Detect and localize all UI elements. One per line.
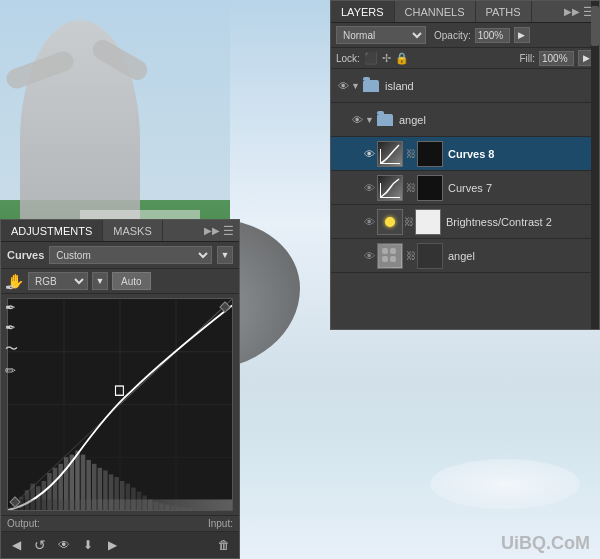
output-input-row: Output: Input: [1,515,239,531]
layer-name-curves7: Curves 7 [445,182,595,194]
blend-mode-select[interactable]: Normal [336,26,426,44]
eye-icon-curves7[interactable]: 👁 [361,180,377,196]
eye-icon-curves8[interactable]: 👁 [361,146,377,162]
layer-row-curves7[interactable]: 👁 ⛓ Curves 7 [331,171,599,205]
prev-adj-icon[interactable]: ◀ [6,535,26,555]
lock-move-icon[interactable]: ✢ [382,52,391,65]
pencil-icon[interactable]: ✏ [5,363,18,378]
svg-rect-4 [390,248,396,254]
adj-expand-icon[interactable]: ▶▶ [204,225,220,236]
layer-name-angel: angel [445,250,595,262]
thumb-brightness2 [377,209,403,235]
layer-name-curves8: Curves 8 [445,148,595,160]
layer-row-angel-group[interactable]: 👁 ▼ angel [331,103,599,137]
curves-title-row: Curves Custom ▼ [1,242,239,269]
layer-row-curves8[interactable]: 👁 ⛓ Curves 8 [331,137,599,171]
layer-name-island: island [382,80,595,92]
tab-masks[interactable]: MASKS [103,220,163,241]
auto-button[interactable]: Auto [112,272,151,290]
expand-angel-group[interactable]: ▼ [365,115,377,125]
svg-rect-5 [382,256,388,262]
svg-rect-48 [116,386,124,395]
expand-island[interactable]: ▼ [351,81,363,91]
layers-list: 👁 ▼ island 👁 ▼ angel 👁 ⛓ Curves 8 [331,69,599,329]
chain-curves7: ⛓ [406,182,416,193]
reset-adj-icon[interactable]: ↺ [30,535,50,555]
folder-icon-angel-group [377,114,393,126]
opacity-label: Opacity: [434,30,471,41]
delete-adj-icon[interactable]: 🗑 [214,535,234,555]
eye-icon-brightness2[interactable]: 👁 [361,214,377,230]
lock-label: Lock: [336,53,360,64]
layer-row-brightness2[interactable]: 👁 ⛓ Brightness/Contrast 2 [331,205,599,239]
tab-paths[interactable]: PATHS [476,1,532,22]
mask-angel [417,243,443,269]
tab-channels[interactable]: CHANNELS [395,1,476,22]
visibility-adj-icon[interactable]: 👁 [54,535,74,555]
opacity-input[interactable] [475,28,510,43]
adj-tab-bar: ADJUSTMENTS MASKS ▶▶ ☰ [1,220,239,242]
eye-icon-angel[interactable]: 👁 [361,248,377,264]
svg-rect-6 [390,256,396,262]
layer-name-brightness2: Brightness/Contrast 2 [443,216,595,228]
lock-all-icon[interactable]: 🔒 [395,52,409,65]
thumb-curves8 [377,141,403,167]
channel-arrow-btn[interactable]: ▼ [92,272,108,290]
mask-curves8 [417,141,443,167]
curves-label: Curves [7,249,44,261]
output-label: Output: [7,518,40,529]
svg-rect-3 [382,248,388,254]
mask-curves7 [417,175,443,201]
eyedropper-light-icon[interactable]: ✒ [5,300,18,315]
curves-graph[interactable] [7,298,233,511]
lock-checkered-icon[interactable]: ⬛ [364,52,378,65]
adjustments-panel: ADJUSTMENTS MASKS ▶▶ ☰ Curves Custom ▼ ✋… [0,219,240,559]
channel-select[interactable]: RGB Red Green Blue [28,272,88,290]
chain-angel: ⛓ [406,250,416,261]
eyedropper-icon[interactable]: ✒ [5,280,18,295]
layer-name-angel-group: angel [396,114,595,126]
layer-row-angel[interactable]: 👁 ⛓ angel [331,239,599,273]
eye-icon-island[interactable]: 👁 [335,78,351,94]
thumb-angel [377,243,403,269]
tab-adjustments[interactable]: ADJUSTMENTS [1,220,103,241]
chain-curves8: ⛓ [406,148,416,159]
watermark-bottom-right: UiBQ.CoM [501,533,590,554]
lock-row: Lock: ⬛ ✢ 🔒 Fill: ▶ [331,48,599,69]
tab-layers[interactable]: LAYERS [331,1,395,22]
layers-expand-icon[interactable]: ▶▶ [564,6,580,17]
adj-tab-icons: ▶▶ ☰ [204,224,239,238]
curves-preset-select[interactable]: Custom [49,246,212,264]
svg-rect-2 [379,245,401,267]
layers-scroll-thumb[interactable] [591,6,599,46]
fill-label: Fill: [519,53,535,64]
mask-brightness2 [415,209,441,235]
opacity-arrow-btn[interactable]: ▶ [514,27,530,43]
eye-icon-angel-group[interactable]: 👁 [349,112,365,128]
thumb-curves7 [377,175,403,201]
layers-panel: LAYERS CHANNELS PATHS ▶▶ ☰ Normal Opacit… [330,0,600,330]
clip-adj-icon[interactable]: ⬇ [78,535,98,555]
layers-tab-bar: LAYERS CHANNELS PATHS ▶▶ ☰ [331,1,599,23]
layer-row-island[interactable]: 👁 ▼ island [331,69,599,103]
smooth-icon[interactable]: 〜 [5,340,18,358]
eyedropper-dark-icon[interactable]: ✒ [5,320,18,335]
next-adj-icon[interactable]: ▶ [102,535,122,555]
adj-bottom-toolbar: ◀ ↺ 👁 ⬇ ▶ 🗑 [1,531,239,558]
rgb-auto-row: ✋ RGB Red Green Blue ▼ Auto [1,269,239,294]
folder-icon-island [363,80,379,92]
chain-brightness2: ⛓ [404,216,414,227]
fill-input[interactable] [539,51,574,66]
svg-rect-49 [8,499,232,510]
layers-scrollbar[interactable] [591,1,599,329]
adj-menu-icon[interactable]: ☰ [223,224,234,238]
blend-mode-row: Normal Opacity: ▶ [331,23,599,48]
left-tool-icons: ✒ ✒ ✒ 〜 ✏ [5,280,18,378]
input-label: Input: [208,518,233,529]
preset-arrow-btn[interactable]: ▼ [217,246,233,264]
